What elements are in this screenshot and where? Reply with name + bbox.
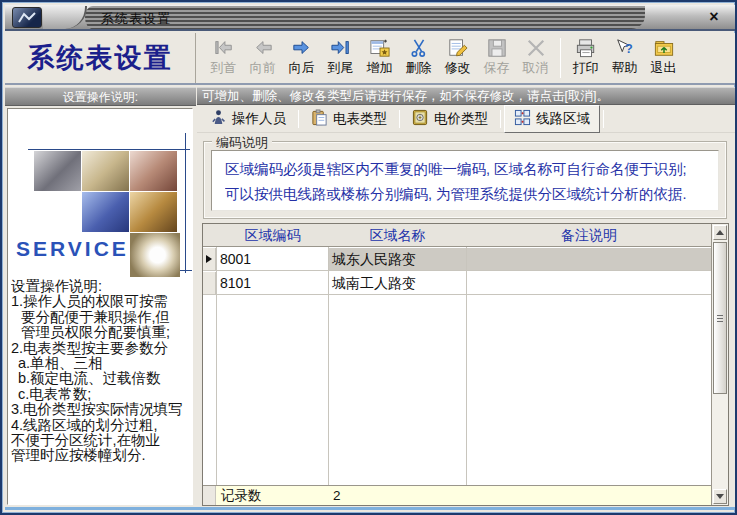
toolbar-button-modify[interactable]: 修改 bbox=[438, 36, 477, 76]
tab-content: 编码说明 区域编码必须是辖区内不重复的唯一编码, 区域名称可自行命名便于识别; … bbox=[197, 133, 736, 508]
title-bar: 系统表设置 × bbox=[5, 5, 736, 31]
next-icon bbox=[291, 36, 313, 60]
sidebar-body: SERVICE 设置操作说明: 1.操作人员的权限可按需 要分配便于兼职操作,但… bbox=[7, 108, 193, 505]
toolbar-button-add[interactable]: 增加 bbox=[360, 36, 399, 76]
close-button[interactable]: × bbox=[704, 7, 724, 27]
main-panel: 可增加、删除、修改各类型后请进行保存，如不保存修改，请点击[取消]。 操作人员 … bbox=[197, 87, 736, 508]
groupbox-line: 可以按供电线路或楼栋分别编码, 为管理系统提供分区域统计分析的依据. bbox=[225, 182, 718, 207]
toolbar: 到首 向前 向后 到尾 bbox=[196, 33, 736, 83]
instruction-line: 设置操作说明: bbox=[11, 279, 192, 294]
coding-notes-groupbox: 编码说明 区域编码必须是辖区内不重复的唯一编码, 区域名称可自行命名便于识别; … bbox=[203, 141, 727, 219]
record-count-row: 记录数 2 bbox=[203, 485, 711, 505]
toolbar-button-last[interactable]: 到尾 bbox=[321, 36, 360, 76]
tab-separator bbox=[500, 110, 501, 128]
toolbar-button-cancel[interactable]: 取消 bbox=[516, 36, 555, 76]
prev-icon bbox=[252, 36, 274, 60]
table-row[interactable]: 8101 城南工人路变 bbox=[203, 272, 711, 295]
photo-tile-keyboard bbox=[82, 192, 129, 232]
toolbar-separator bbox=[560, 38, 561, 78]
column-header-region-code[interactable]: 区域编码 bbox=[217, 224, 328, 246]
toolbar-button-save[interactable]: 保存 bbox=[477, 36, 516, 76]
add-icon bbox=[369, 36, 391, 60]
photo-tile-tools bbox=[34, 151, 81, 191]
toolbar-button-print[interactable]: 打印 bbox=[566, 36, 605, 76]
grid-header: 区域编码 区域名称 备注说明 bbox=[203, 224, 711, 247]
current-row-pointer-icon bbox=[206, 255, 212, 263]
modify-icon bbox=[447, 36, 469, 60]
decor-line-h1 bbox=[28, 149, 190, 150]
toolbar-button-delete[interactable]: 删除 bbox=[399, 36, 438, 76]
logo-z-icon[interactable] bbox=[12, 7, 42, 28]
help-icon: ? bbox=[614, 36, 636, 60]
cell-region-name[interactable]: 城东人民路变 bbox=[329, 248, 466, 270]
service-collage: SERVICE bbox=[8, 109, 192, 257]
hint-bar: 可增加、删除、修改各类型后请进行保存，如不保存修改，请点击[取消]。 bbox=[197, 87, 736, 105]
instruction-line: 不便于分区统计,在物业 bbox=[11, 433, 192, 448]
photo-tile-hand bbox=[130, 192, 177, 232]
toolbar-button-first[interactable]: 到首 bbox=[204, 36, 243, 76]
scroll-down-button[interactable] bbox=[713, 489, 727, 504]
exit-icon bbox=[653, 36, 675, 60]
toolbar-button-next[interactable]: 向后 bbox=[282, 36, 321, 76]
price-type-icon bbox=[412, 109, 429, 129]
tab-price-types[interactable]: 电价类型 bbox=[403, 106, 497, 132]
table-row[interactable]: 8001 城东人民路变 bbox=[203, 248, 711, 271]
instruction-line: b.额定电流、过载倍数 bbox=[11, 371, 192, 386]
thumb-grip-icon bbox=[717, 315, 723, 323]
cell-remarks[interactable] bbox=[467, 248, 711, 270]
groupbox-line: 区域编码必须是辖区内不重复的唯一编码, 区域名称可自行命名便于识别; bbox=[225, 157, 718, 182]
triangle-up-icon bbox=[716, 230, 724, 235]
service-label: SERVICE bbox=[16, 237, 129, 261]
cell-remarks[interactable] bbox=[467, 272, 711, 294]
toolbar-button-prev[interactable]: 向前 bbox=[243, 36, 282, 76]
photo-tile-instruments bbox=[130, 151, 177, 191]
page-title-panel: 系统表设置 bbox=[5, 33, 196, 83]
instruction-line: 管理时应按楼幢划分. bbox=[11, 448, 192, 463]
cell-region-name[interactable]: 城南工人路变 bbox=[329, 272, 466, 294]
instruction-line: 管理员权限分配要慎重; bbox=[11, 325, 192, 340]
tab-separator bbox=[399, 110, 400, 128]
decor-line-v1 bbox=[185, 133, 186, 273]
tab-operators[interactable]: 操作人员 bbox=[201, 106, 295, 132]
instruction-line: 1.操作人员的权限可按需 bbox=[11, 294, 192, 309]
tab-separator bbox=[298, 110, 299, 128]
scroll-up-button[interactable] bbox=[713, 225, 727, 240]
masthead: 系统表设置 到首 向前 向后 bbox=[5, 33, 736, 85]
tab-line-regions[interactable]: 线路区域 bbox=[504, 105, 600, 133]
cell-region-code[interactable]: 8101 bbox=[217, 272, 328, 294]
svg-text:?: ? bbox=[625, 41, 633, 56]
window-title: 系统表设置 bbox=[101, 10, 171, 28]
toolbar-button-exit[interactable]: 退出 bbox=[644, 36, 683, 76]
groupbox-body: 区域编码必须是辖区内不重复的唯一编码, 区域名称可自行命名便于识别; 可以按供电… bbox=[211, 150, 719, 211]
scroll-thumb[interactable] bbox=[713, 242, 727, 394]
instruction-line: 4.线路区域的划分过粗, bbox=[11, 418, 192, 433]
region-data-grid: 区域编码 区域名称 备注说明 8001 城东人民路变 8101 城南工人路变 bbox=[202, 223, 729, 506]
tab-separator bbox=[603, 110, 604, 128]
operator-icon bbox=[210, 109, 227, 129]
cell-region-code[interactable]: 8001 bbox=[217, 248, 328, 270]
row-selector-cell bbox=[203, 248, 216, 270]
sidebar-header: 设置操作说明: bbox=[5, 87, 196, 106]
last-icon bbox=[330, 36, 352, 60]
vertical-scrollbar[interactable] bbox=[711, 224, 728, 505]
record-count-label: 记录数 bbox=[217, 486, 328, 505]
instructions-block: 设置操作说明: 1.操作人员的权限可按需 要分配便于兼职操作,但 管理员权限分配… bbox=[11, 279, 192, 464]
title-bar-curve bbox=[43, 6, 87, 29]
column-header-remarks[interactable]: 备注说明 bbox=[467, 224, 711, 246]
footer-selector-cell bbox=[203, 486, 216, 505]
first-icon bbox=[213, 36, 235, 60]
column-header-region-name[interactable]: 区域名称 bbox=[329, 224, 466, 246]
toolbar-button-help[interactable]: ? 帮助 bbox=[605, 36, 644, 76]
app-window: 系统表设置 × 系统表设置 到首 向前 bbox=[0, 0, 737, 515]
print-icon bbox=[575, 36, 597, 60]
instruction-line: 2.电表类型按主要参数分 bbox=[11, 341, 192, 356]
row-selector-cell bbox=[203, 272, 216, 294]
tab-meter-types[interactable]: 电表类型 bbox=[302, 106, 396, 132]
meter-type-icon bbox=[311, 109, 328, 129]
instruction-line: 要分配便于兼职操作,但 bbox=[11, 310, 192, 325]
line-region-icon bbox=[514, 109, 531, 129]
cancel-icon bbox=[525, 36, 547, 60]
instruction-line: a.单相、三相 bbox=[11, 356, 192, 371]
delete-icon bbox=[408, 36, 430, 60]
page-title: 系统表设置 bbox=[28, 40, 173, 76]
